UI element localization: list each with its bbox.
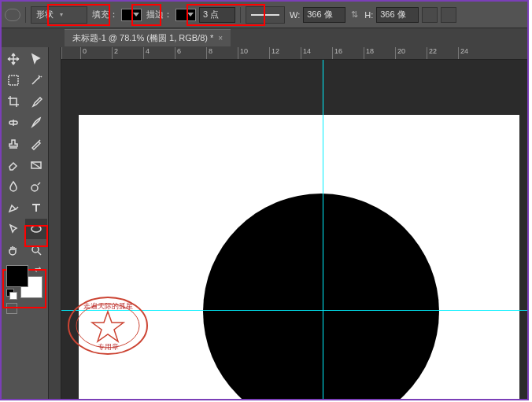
workspace: 024681012141618202224 [49,47,527,399]
stroke-width-input[interactable]: 3 点 [199,7,235,23]
svg-rect-0 [9,76,18,85]
h-label: H: [364,10,373,20]
tab-bar: 未标题-1 @ 78.1% (椭圆 1, RGB/8) * × [2,28,527,47]
eraser-tool[interactable] [2,155,24,175]
stroke-style-dropdown[interactable] [246,6,285,24]
height-field[interactable]: 366 像 [376,7,419,23]
fill-label: 填充： [92,9,118,20]
document-tab[interactable]: 未标题-1 @ 78.1% (椭圆 1, RGB/8) * × [65,29,231,46]
svg-point-4 [31,226,41,232]
guide-vertical[interactable] [323,60,323,399]
guide-horizontal[interactable] [61,310,527,311]
stroke-label: 描边： [146,9,172,20]
blur-tool[interactable] [2,176,24,197]
ruler-tick: 0 [80,47,112,59]
eyedropper-tool[interactable] [25,91,47,112]
mode-dropdown[interactable]: 形状 ▾ [31,6,87,24]
ruler-tick: 20 [395,47,427,59]
ruler-tick: 16 [332,47,364,59]
stamp-tool[interactable] [2,134,24,154]
foreground-color[interactable] [6,265,28,287]
arrow-tool[interactable] [25,49,47,69]
app-frame: 形状 ▾ 填充： 描边： 3 点 W: 366 像 ⇅ H: 366 像 未标题… [0,0,529,400]
quickmask-row [2,301,48,317]
ruler-tick: 2 [112,47,143,59]
gradient-tool[interactable] [25,155,47,175]
color-picker: ⇄ [6,265,42,298]
align-button[interactable] [441,7,456,23]
ruler-tick: 14 [301,47,332,59]
ruler-vertical[interactable] [49,47,61,399]
path-ops-button[interactable] [422,7,438,23]
magic-wand-tool[interactable] [25,70,47,90]
ruler-tick: 10 [238,47,269,59]
move-tool[interactable] [2,49,24,69]
ruler-tick: 8 [206,47,238,59]
zoom-tool[interactable] [25,240,47,260]
mode-label: 形状 [36,9,54,20]
brush-tool[interactable] [25,112,47,133]
history-brush-tool[interactable] [25,134,47,154]
ruler-horizontal[interactable]: 024681012141618202224 [61,47,527,60]
w-label: W: [290,10,300,20]
pen-tool[interactable] [2,197,24,218]
canvas[interactable] [61,60,527,399]
width-field[interactable]: 366 像 [303,7,345,23]
ruler-tick: 6 [175,47,206,59]
ruler-tick: 24 [458,47,490,59]
ruler-tick: 4 [143,47,175,59]
heal-tool[interactable] [2,112,24,133]
svg-point-3 [31,185,38,191]
ruler-tick: 18 [364,47,395,59]
default-colors-icon[interactable] [6,289,16,298]
svg-point-5 [32,246,39,253]
dodge-tool[interactable] [25,176,47,197]
ruler-tick: 22 [427,47,458,59]
stroke-swatch[interactable] [175,9,196,21]
type-tool[interactable] [25,197,47,218]
link-wh-icon[interactable]: ⇅ [349,7,360,23]
quickmask-off[interactable] [6,303,17,314]
close-tab-icon[interactable]: × [218,34,223,42]
tab-title: 未标题-1 @ 78.1% (椭圆 1, RGB/8) * [72,32,213,44]
toolbox: ⇄ [2,47,49,399]
options-bar: 形状 ▾ 填充： 描边： 3 点 W: 366 像 ⇅ H: 366 像 [2,2,527,28]
swap-colors-icon[interactable]: ⇄ [35,265,41,274]
tool-preset-icon[interactable] [5,9,20,21]
hand-tool[interactable] [2,240,24,260]
crop-tool[interactable] [2,91,24,112]
fill-swatch[interactable] [121,9,142,21]
marquee-tool[interactable] [2,70,24,90]
path-select-tool[interactable] [2,219,24,239]
ruler-tick: 12 [269,47,301,59]
ellipse-shape-tool[interactable] [25,219,47,239]
